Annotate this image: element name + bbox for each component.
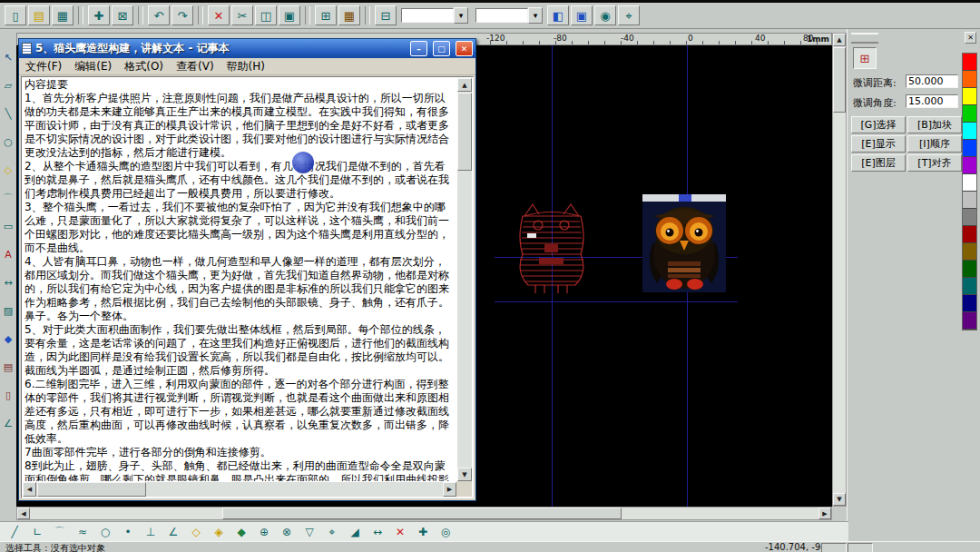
paste-icon[interactable]: ▣	[279, 5, 300, 25]
layer-combo[interactable]: ▾	[401, 7, 468, 24]
target-icon[interactable]: ⌖	[618, 5, 640, 25]
color-swatch-12[interactable]	[963, 261, 976, 278]
notepad-horizontal-scrollbar[interactable]: ◀ ▶	[23, 482, 456, 497]
nearest-snap-icon[interactable]: ⌖	[324, 524, 340, 540]
delete-tool-icon[interactable]: ✕	[392, 524, 408, 540]
table-view-icon[interactable]: ▦	[338, 5, 360, 25]
linestyle-combo[interactable]: ▾	[475, 7, 543, 24]
angle-icon[interactable]: ∠	[1, 417, 15, 430]
arc-tool-icon[interactable]: ⌒	[52, 524, 68, 540]
scroll-up-icon[interactable]: ▲	[457, 78, 472, 92]
panel-button-1[interactable]: [B]加块	[907, 116, 962, 133]
grid-icon[interactable]: ⊞	[315, 5, 337, 25]
print-icon[interactable]: ⊟	[375, 5, 397, 25]
chevron-down-icon[interactable]: ▾	[454, 7, 468, 24]
vertical-scroll-thumb[interactable]	[833, 47, 846, 113]
rect-icon[interactable]: ▭	[1, 220, 15, 233]
notepad-menu-1[interactable]: 编辑(E)	[68, 58, 118, 75]
notepad-titlebar[interactable]: 5、猫头鹰造型构建，讲解文本 - 记事本 – □ ✕	[19, 39, 475, 58]
delete-icon[interactable]: ✕	[208, 5, 230, 25]
scroll-down-icon[interactable]: ▼	[457, 468, 472, 481]
panel-button-5[interactable]: [T]对齐	[907, 154, 962, 172]
undo-icon[interactable]: ↶	[148, 5, 170, 25]
color-swatch-6[interactable]	[963, 157, 976, 174]
scroll-right-icon[interactable]: ▶	[818, 508, 831, 519]
copy-icon[interactable]: ◫	[255, 5, 277, 25]
panel-grip-handle[interactable]	[851, 33, 878, 44]
endpoint-snap-icon[interactable]: ◇	[188, 524, 204, 540]
color-swatch-3[interactable]	[963, 105, 976, 123]
text-icon[interactable]: A	[1, 248, 15, 261]
color-swatch-2[interactable]	[963, 88, 976, 105]
pan-tool-icon[interactable]: ✚	[415, 524, 431, 540]
panel-close-button[interactable]: ✕	[965, 32, 976, 44]
notepad-menu-2[interactable]: 格式(O)	[118, 58, 170, 75]
dimension-icon[interactable]: ↔	[1, 276, 15, 290]
notepad-vertical-scrollbar[interactable]: ▲ ▼	[457, 78, 472, 481]
cut-icon[interactable]: ✂	[231, 5, 253, 25]
sketch-icon[interactable]: ▱	[1, 79, 15, 93]
open-file-icon[interactable]: ▤	[28, 5, 50, 25]
canvas-horizontal-scrollbar[interactable]: ◀ ▶	[16, 507, 832, 520]
redo-icon[interactable]: ↷	[172, 5, 193, 25]
horizontal-scroll-thumb[interactable]	[37, 482, 146, 497]
perpendicular-icon[interactable]: ⊥	[142, 524, 159, 540]
color-swatch-14[interactable]	[963, 295, 976, 312]
scroll-right-icon[interactable]: ▶	[443, 482, 456, 497]
color-swatch-5[interactable]	[963, 140, 976, 157]
save-file-icon[interactable]: ▦	[52, 5, 74, 25]
canvas-vertical-scrollbar[interactable]: ▲ ▼	[832, 33, 847, 507]
line-tool-icon[interactable]: ╱	[6, 524, 23, 540]
panel-button-0[interactable]: [G]选择	[851, 116, 906, 133]
spline-tool-icon[interactable]: ≈	[74, 524, 91, 540]
color-swatch-15[interactable]	[963, 312, 976, 330]
intersection-snap-icon[interactable]: ⊕	[256, 524, 272, 540]
point-tool-icon[interactable]: •	[120, 524, 136, 540]
panel-button-3[interactable]: [I]顺序	[907, 135, 962, 153]
notepad-menu-4[interactable]: 帮助(H)	[220, 58, 271, 75]
circle-tool-icon[interactable]: ○	[97, 524, 113, 540]
vertical-scroll-thumb[interactable]	[457, 93, 472, 171]
color-swatch-13[interactable]	[963, 278, 976, 295]
minimize-button[interactable]: –	[410, 41, 427, 56]
zoom-tool-icon[interactable]: ◎	[437, 524, 454, 540]
color-swatch-1[interactable]	[963, 71, 976, 88]
notepad-menu-3[interactable]: 查看(V)	[170, 58, 220, 75]
circle-icon[interactable]: ○	[1, 135, 15, 149]
chevron-down-icon[interactable]: ▾	[528, 7, 543, 24]
color-swatch-7[interactable]	[963, 174, 976, 192]
transform-tool-button[interactable]: ⊞	[853, 47, 877, 69]
color-swatch-0[interactable]	[963, 54, 976, 71]
scroll-left-icon[interactable]: ◀	[23, 482, 36, 497]
maximize-button[interactable]: □	[433, 41, 450, 56]
center-snap-icon[interactable]: ◆	[233, 524, 250, 540]
zoom-window-icon[interactable]: ⊠	[112, 5, 133, 25]
polyline-tool-icon[interactable]: ∟	[29, 524, 45, 540]
camera-icon[interactable]: ◉	[594, 5, 616, 25]
diamond-icon[interactable]: ◇	[1, 163, 15, 177]
layer-icon[interactable]: ▤	[1, 360, 15, 374]
color-swatch-4[interactable]	[963, 123, 976, 140]
panel-button-2[interactable]: [E]显示	[851, 135, 906, 153]
midpoint-snap-icon[interactable]: ◈	[211, 524, 227, 540]
hatch-icon[interactable]: ▨	[1, 304, 15, 318]
angle-tool-icon[interactable]: ∠	[165, 524, 181, 540]
block-icon[interactable]: ◆	[1, 332, 15, 346]
quadrant-snap-icon[interactable]: ⊗	[279, 524, 295, 540]
arc-icon[interactable]: ⌒	[1, 192, 15, 205]
distance-input[interactable]	[906, 74, 958, 88]
color-swatch-9[interactable]	[963, 209, 976, 226]
close-button[interactable]: ✕	[456, 41, 473, 56]
scroll-left-icon[interactable]: ◀	[17, 508, 30, 519]
tangent-snap-icon[interactable]: ▽	[301, 524, 318, 540]
angle-input[interactable]	[906, 94, 958, 108]
panel-button-4[interactable]: [E]图层	[851, 154, 906, 172]
new-file-icon[interactable]: ▯	[5, 5, 26, 25]
color-swatch-11[interactable]	[963, 243, 976, 261]
pan-icon[interactable]: ✚	[88, 5, 110, 25]
display-mode-icon[interactable]: ▣	[571, 5, 593, 25]
render-mode-icon[interactable]: ◧	[547, 5, 569, 25]
eraser-icon[interactable]: ▯	[1, 389, 15, 402]
horizontal-scroll-thumb[interactable]	[222, 508, 622, 519]
measure-icon[interactable]: ↔	[369, 524, 386, 540]
